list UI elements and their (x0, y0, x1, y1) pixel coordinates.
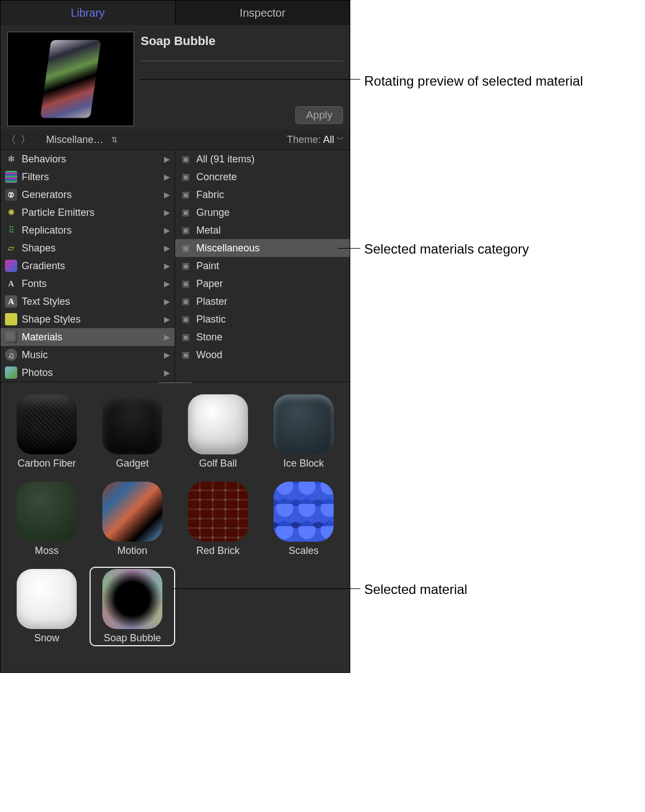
theme-label: Theme: (287, 134, 321, 146)
material-tile-gadget[interactable]: Gadget (90, 392, 175, 472)
library-type-materials[interactable]: Materials▶ (1, 328, 175, 346)
library-type-filters[interactable]: Filters▶ (1, 168, 175, 186)
row-label: Shape Styles (22, 314, 81, 325)
row-label: Stone (196, 331, 222, 343)
gen-icon: ② (5, 189, 17, 201)
nav-back-icon[interactable]: 〈 (6, 133, 16, 146)
split-handle[interactable] (158, 382, 192, 383)
folder-icon: ▣ (180, 242, 192, 254)
material-tile-scales[interactable]: Scales (261, 479, 346, 559)
library-type-behaviors[interactable]: ✻Behaviors▶ (1, 150, 175, 168)
row-label: Text Styles (22, 296, 70, 308)
chevron-right-icon: ▶ (164, 226, 170, 235)
chevron-right-icon: ▶ (164, 297, 170, 306)
folder-icon: ▣ (180, 189, 192, 201)
row-label: Paper (196, 278, 223, 290)
chevron-right-icon: ▶ (164, 333, 170, 341)
library-type-generators[interactable]: ②Generators▶ (1, 186, 175, 204)
material-grid: Carbon FiberGadgetGolf BallIce BlockMoss… (4, 392, 346, 646)
filter-icon (5, 171, 17, 183)
row-label: All (91 items) (196, 154, 255, 165)
tile-label: Ice Block (283, 458, 324, 469)
material-category-column[interactable]: ▣All (91 items)▣Concrete▣Fabric▣Grunge▣M… (175, 150, 350, 382)
row-label: Metal (196, 225, 221, 236)
txtstyle-icon: A (5, 295, 17, 308)
folder-icon: ▣ (180, 260, 192, 272)
library-type-fonts[interactable]: AFonts▶ (1, 275, 175, 293)
tile-label: Red Brick (196, 545, 240, 557)
library-type-column[interactable]: ✻Behaviors▶Filters▶②Generators▶✺Particle… (1, 150, 175, 382)
category-plaster[interactable]: ▣Plaster (175, 293, 350, 310)
tab-library[interactable]: Library (1, 1, 176, 25)
music-icon: ♫ (5, 349, 17, 361)
material-tile-golf-ball[interactable]: Golf Ball (175, 392, 261, 472)
chevron-right-icon: ▶ (164, 190, 170, 199)
tile-label: Golf Ball (199, 458, 237, 469)
library-type-music[interactable]: ♫Music▶ (1, 346, 175, 364)
material-preview[interactable] (7, 32, 134, 126)
material-swatch-icon (188, 394, 248, 454)
category-paper[interactable]: ▣Paper (175, 275, 350, 293)
row-label: Gradients (22, 260, 65, 272)
folder-icon: ▣ (180, 295, 192, 308)
category-concrete[interactable]: ▣Concrete (175, 168, 350, 186)
material-swatch-icon (274, 482, 334, 542)
shape-icon: ▱ (5, 242, 17, 254)
chevron-right-icon: ▶ (164, 315, 170, 324)
row-label: Paint (196, 260, 219, 272)
material-swatch-icon (274, 394, 334, 454)
chevron-right-icon: ▶ (164, 350, 170, 359)
material-grid-area[interactable]: Carbon FiberGadgetGolf BallIce BlockMoss… (1, 382, 350, 672)
material-tile-snow[interactable]: Snow (4, 567, 90, 646)
theme-selector[interactable]: Theme: All ﹀ (287, 134, 344, 146)
preview-3d-icon (40, 40, 101, 118)
material-tile-carbon-fiber[interactable]: Carbon Fiber (4, 392, 90, 472)
row-label: Plastic (196, 314, 226, 325)
preview-row: Soap Bubble Apply (1, 25, 350, 130)
category-grunge[interactable]: ▣Grunge (175, 204, 350, 221)
material-tile-red-brick[interactable]: Red Brick (175, 479, 261, 559)
annotation-line (139, 79, 360, 80)
nav-forward-icon[interactable]: 〉 (21, 133, 31, 146)
repl-icon: ⠿ (5, 224, 17, 236)
material-swatch-icon (17, 394, 77, 454)
font-icon: A (5, 278, 17, 290)
category-wood[interactable]: ▣Wood (175, 346, 350, 364)
category-plastic[interactable]: ▣Plastic (175, 310, 350, 328)
top-tabs: Library Inspector (1, 1, 350, 25)
tile-label: Motion (117, 545, 147, 557)
material-tile-soap-bubble[interactable]: Soap Bubble (90, 567, 175, 646)
library-type-particle-emitters[interactable]: ✺Particle Emitters▶ (1, 204, 175, 221)
row-label: Shapes (22, 242, 56, 254)
path-stepper-icon[interactable]: ⇅ (111, 135, 118, 144)
library-type-gradients[interactable]: Gradients▶ (1, 257, 175, 275)
chevron-right-icon: ▶ (164, 279, 170, 288)
annotation-category: Selected materials category (364, 240, 529, 258)
row-label: Fabric (196, 189, 224, 201)
row-label: Music (22, 349, 48, 361)
tab-inspector[interactable]: Inspector (176, 1, 350, 25)
library-type-replicators[interactable]: ⠿Replicators▶ (1, 221, 175, 239)
row-label: Replicators (22, 225, 72, 236)
library-type-photos[interactable]: Photos▶ (1, 364, 175, 382)
chevron-right-icon: ▶ (164, 244, 170, 252)
library-type-shapes[interactable]: ▱Shapes▶ (1, 239, 175, 257)
category-all-91-items-[interactable]: ▣All (91 items) (175, 150, 350, 168)
material-tile-ice-block[interactable]: Ice Block (261, 392, 346, 472)
breadcrumb-path[interactable]: Miscellane… (46, 134, 103, 146)
material-tile-moss[interactable]: Moss (4, 479, 90, 559)
annotation-material: Selected material (364, 581, 467, 598)
tile-label: Gadget (116, 458, 148, 469)
material-tile-motion[interactable]: Motion (90, 479, 175, 559)
folder-icon: ▣ (180, 331, 192, 343)
category-paint[interactable]: ▣Paint (175, 257, 350, 275)
category-stone[interactable]: ▣Stone (175, 328, 350, 346)
row-label: Concrete (196, 171, 237, 183)
category-miscellaneous[interactable]: ▣Miscellaneous (175, 239, 350, 257)
apply-button[interactable]: Apply (295, 106, 343, 124)
category-fabric[interactable]: ▣Fabric (175, 186, 350, 204)
library-type-shape-styles[interactable]: Shape Styles▶ (1, 310, 175, 328)
category-metal[interactable]: ▣Metal (175, 221, 350, 239)
tile-label: Scales (289, 545, 319, 557)
library-type-text-styles[interactable]: AText Styles▶ (1, 293, 175, 310)
